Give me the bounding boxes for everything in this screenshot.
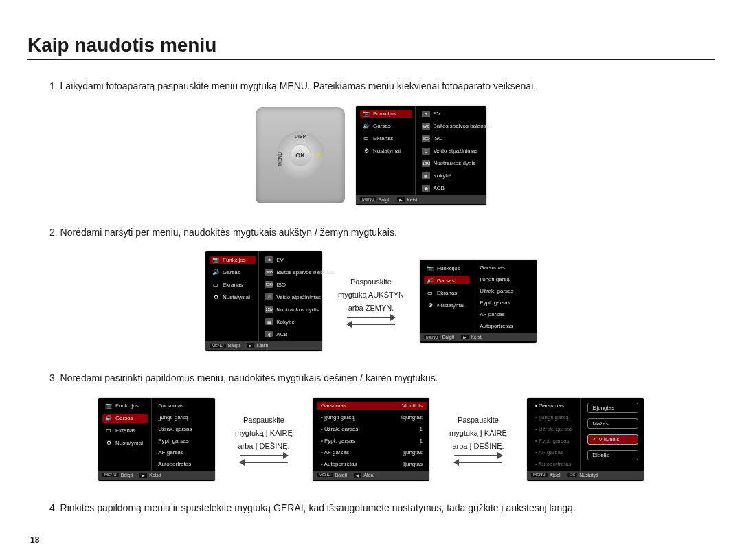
- submenu-item: Autoportretas: [477, 322, 534, 330]
- caption-line: Paspauskite: [350, 278, 392, 287]
- row: • Autoportretas: [531, 460, 577, 468]
- step-3-text: 3. Norėdami pasirinkti papildomus meniu,…: [49, 372, 715, 385]
- page-number: 18: [30, 535, 715, 545]
- row: • AutoportretasĮjungtas: [317, 460, 427, 468]
- arrow-right-icon: [347, 317, 395, 318]
- play-tag: ▶: [397, 197, 405, 202]
- face-icon: ☺: [422, 148, 430, 155]
- menu-item-funkcijos: 📷Funkcijos: [360, 110, 412, 118]
- submenu-item: Įjungti garsą: [477, 276, 534, 283]
- submenu-item: AF garsas: [156, 449, 212, 456]
- submenu-item: ±EV: [263, 256, 337, 264]
- camera-icon: 📷: [362, 111, 370, 117]
- submenu-item: AF garsas: [477, 311, 534, 318]
- updown-caption: Paspauskite mygtuką AUKŠTYN arba ŽEMYN.: [333, 278, 409, 326]
- submenu-item: Įjungti garsą: [156, 414, 212, 421]
- option: Didelis: [587, 450, 638, 460]
- menu-item: ⚙Nustatymai: [102, 439, 148, 447]
- screen-icon: ▭: [362, 135, 370, 142]
- submenu-item: WBBaltos spalvos balansas: [263, 268, 337, 276]
- camera-icon: 📷: [426, 265, 434, 271]
- speaker-icon: 🔊: [362, 123, 370, 130]
- row: • Garsumas: [531, 402, 577, 410]
- arrow-right-icon: [240, 455, 288, 456]
- row-garsumas: GarsumasVidutinis: [317, 402, 427, 410]
- size-icon: 12M: [422, 160, 430, 167]
- row: • Pypt. garsas1: [317, 437, 427, 445]
- step-2-text: 2. Norėdami naršyti per meniu, naudokitė…: [49, 226, 715, 240]
- camera-icon: 📷: [104, 403, 113, 410]
- flash-icon: ⚡: [316, 152, 322, 157]
- step-1-graphics: DISP MENU ⚡ OK 📷Funkcijos 🔊Garsas ▭Ekran…: [27, 106, 715, 205]
- iso-icon: ISO: [422, 135, 430, 142]
- wb-icon: WB: [265, 269, 273, 276]
- footer-exit: Baigti: [379, 197, 391, 202]
- step-3-graphics: 📷Funkcijos 🔊Garsas ▭Ekranas ⚙Nustatymai …: [27, 398, 715, 481]
- submenu-item: Garsumas: [477, 264, 534, 271]
- camera-device: DISP MENU ⚡ OK: [256, 107, 345, 203]
- menu-item: ⚙Nustatymai: [424, 301, 470, 309]
- option-selected: ✓ Vidutinis: [587, 434, 638, 445]
- menu-screen-garsas-2: 📷Funkcijos 🔊Garsas ▭Ekranas ⚙Nustatymai …: [98, 398, 215, 481]
- caption-line: mygtuką AUKŠTYN: [338, 291, 404, 300]
- submenu-item: Užrak. garsas: [477, 287, 534, 295]
- submenu-item: Autoportretas: [156, 460, 212, 468]
- page-title: Kaip naudotis meniu: [27, 34, 715, 60]
- row: • Užrak. garsas: [531, 425, 577, 433]
- menu-item-ekranas: ▭Ekranas: [360, 135, 412, 143]
- menu-item: 🔊Garsas: [424, 276, 470, 284]
- submenu-item: Garsumas: [156, 402, 212, 410]
- submenu-size: 12MNuotraukos dydis: [420, 159, 494, 168]
- step-1-text: 1. Laikydami fotoaparatą paspauskite men…: [49, 80, 715, 93]
- speaker-icon: 🔊: [104, 415, 113, 422]
- ev-icon: ±: [265, 256, 273, 263]
- menu-label: MENU: [278, 152, 282, 166]
- menu-item: ▭Ekranas: [102, 427, 148, 435]
- iso-icon: ISO: [265, 281, 273, 288]
- submenu-item: Pypt. garsas: [477, 299, 534, 306]
- arrow-right-icon: [454, 455, 502, 456]
- menu-item: 📷Funkcijos: [424, 264, 470, 272]
- ev-icon: ±: [422, 111, 430, 117]
- gear-icon: ⚙: [362, 148, 370, 155]
- menu-screen-options: • Garsumas • Įjungti garsą • Užrak. gars…: [527, 398, 644, 481]
- arrow-left-icon: [347, 324, 395, 325]
- submenu-item: ☺Veido atpažinimas: [263, 293, 337, 301]
- option: Išjungtas: [587, 403, 638, 413]
- speaker-icon: 🔊: [426, 277, 434, 284]
- menu-item: ▭Ekranas: [424, 289, 470, 297]
- menu-screen-functions-2: 📷Funkcijos 🔊Garsas ▭Ekranas ⚙Nustatymai …: [205, 251, 322, 351]
- row: • Pypt. garsas: [531, 437, 577, 445]
- footer-change: Keisti: [407, 197, 418, 202]
- submenu-item: ISOISO: [263, 280, 337, 289]
- menu-item: ⚙Nustatymai: [210, 293, 256, 301]
- row: • Įjungti garsą: [531, 414, 577, 421]
- menu-item: ▭Ekranas: [210, 280, 256, 289]
- camera-icon: 📷: [212, 256, 220, 263]
- gear-icon: ⚙: [426, 302, 434, 309]
- wb-icon: WB: [422, 123, 430, 130]
- gear-icon: ⚙: [104, 440, 113, 447]
- disp-label: DISP: [295, 134, 306, 139]
- menu-screen-functions: 📷Funkcijos 🔊Garsas ▭Ekranas ⚙Nustatymai …: [356, 106, 486, 205]
- row: • Užrak. garsas1: [317, 425, 427, 433]
- menu-item-nustatymai: ⚙Nustatymai: [360, 147, 412, 155]
- option: Mažas: [587, 418, 638, 429]
- submenu-iso: ISOISO: [420, 135, 494, 143]
- submenu-item: ▦Kokybė: [263, 317, 337, 326]
- submenu-face: ☺Veido atpažinimas: [420, 147, 494, 155]
- menu-item: 🔊Garsas: [102, 414, 148, 423]
- leftright-caption-1: Paspauskite mygtuką Į KAIRĘ arba Į DEŠIN…: [226, 416, 302, 464]
- dpad: DISP MENU ⚡ OK: [276, 131, 324, 179]
- screen-icon: ▭: [426, 289, 434, 296]
- arrow-left-icon: [454, 462, 502, 463]
- submenu-item: Užrak. garsas: [156, 425, 212, 433]
- menu-item: 📷Funkcijos: [102, 402, 148, 410]
- menu-tag: MENU: [360, 197, 376, 201]
- screen-icon: ▭: [104, 427, 113, 434]
- quality-icon: ▦: [265, 318, 273, 325]
- submenu-quality: ▦Kokybė: [420, 172, 494, 180]
- arrow-left-icon: [240, 462, 288, 463]
- quality-icon: ▦: [422, 172, 430, 179]
- leftright-caption-2: Paspauskite mygtuką Į KAIRĘ arba Į DEŠIN…: [440, 416, 516, 464]
